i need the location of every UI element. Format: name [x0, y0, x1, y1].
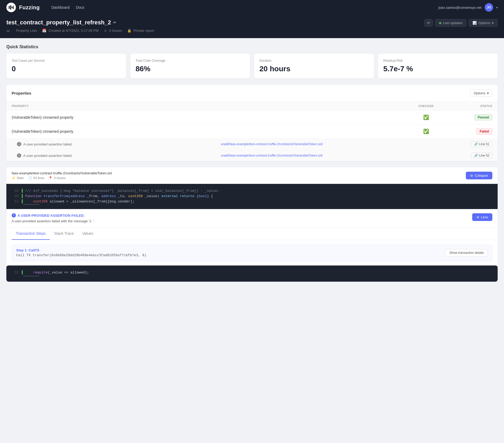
report-label: Private report [134, 29, 154, 33]
stat-card-duration: Duration 20 hours [254, 54, 374, 78]
code-line-49: 49 /// #if_succeeds {:msg "balance incre… [6, 188, 498, 193]
status-badge-passed: Passed [474, 114, 492, 121]
title-area: test_contract_property_list_refresh_2 ✏ … [6, 19, 154, 33]
assertion-section: ! A USER-PROVIDED ASSERTION FAILED. A us… [6, 209, 498, 228]
line-number-50: 50 [11, 194, 19, 198]
sub-row-content-1: i A user-provided assertion failed. [17, 142, 73, 146]
stat-value-tcps: 0 [12, 65, 121, 73]
created-icon: 📅 [42, 29, 46, 33]
bolt-icon: ⚡ [12, 176, 16, 180]
file-icon: 📄 [28, 176, 32, 180]
issues-info: 📍 4 issues [48, 176, 65, 180]
lines-info: 📄 63 lines [28, 176, 44, 180]
minus-circle-icon: ⊖ [476, 215, 479, 219]
nav-dashboard[interactable]: Dashboard [51, 5, 70, 10]
main-header: Fuzzing Dashboard Docs joao.santos@conse… [0, 0, 504, 15]
breadcrumb-text[interactable]: Property Lists [16, 29, 37, 33]
header-right: joao.santos@consensys.net JO ▾ [438, 3, 498, 12]
branch-info: ⚡ Main [12, 176, 24, 180]
code-file-info: faas-example/test-contract-truffle-2/con… [12, 171, 112, 180]
line-indicator-52 [22, 270, 23, 274]
stats-grid: Test Cases per Second 0 Total Code Cover… [6, 54, 498, 78]
svg-rect-0 [9, 6, 10, 9]
refresh-icon: ⟳ [427, 21, 430, 25]
svg-rect-3 [13, 6, 14, 9]
line-badge-1[interactable]: 🔗 Line 51 [471, 141, 492, 147]
sub-row-path-1[interactable]: uradil/faas-example/test-contract-truffl… [73, 142, 471, 146]
property-name-2: (VulnerableToken) Unnamed property [12, 129, 400, 134]
properties-header: Properties Options ▾ [6, 85, 498, 102]
table-header: PROPERTY CHECKED STATUS [6, 102, 498, 110]
tab-transaction-steps[interactable]: Transaction Steps [12, 228, 50, 240]
show-transaction-details-button[interactable]: Show transaction details [445, 249, 488, 256]
options-button[interactable]: 📊 Options ▾ [468, 19, 498, 27]
svg-rect-2 [12, 6, 13, 8]
breadcrumb-separator: ·· [12, 29, 14, 33]
info-icon: i [17, 153, 21, 158]
stat-card-tcps: Test Cases per Second 0 [6, 54, 126, 78]
line-indicator-50 [22, 194, 23, 198]
assertion-header: ! A USER-PROVIDED ASSERTION FAILED. A us… [12, 213, 492, 223]
table-row-sub: i A user-provided assertion failed. urad… [6, 150, 498, 161]
refresh-button[interactable]: ⟳ [424, 19, 433, 27]
code-header: faas-example/test-contract-truffle-2/con… [6, 167, 498, 184]
table-row-sub: i A user-provided assertion failed. urad… [6, 139, 498, 150]
underline-decoration [23, 204, 39, 205]
step-call: Call TX transfer(0x6b66e29dd29b469e4ebcc… [16, 253, 146, 257]
col-header-property: PROPERTY [12, 104, 400, 108]
live-updates-button[interactable]: Live updates [435, 19, 466, 27]
checked-icon-2: ✅ [400, 129, 453, 134]
code-block: 49 /// #if_succeeds {:msg "balance incre… [6, 184, 498, 209]
info-icon-blue: ! [12, 213, 16, 218]
code-line-50: 50 function transferFrom(address _from, … [6, 193, 498, 199]
collapse-button[interactable]: ⊖ Collapse [466, 172, 492, 179]
less-label: Less [481, 215, 488, 219]
logo-text: Fuzzing [19, 5, 40, 11]
code-section: faas-example/test-contract-truffle-2/con… [6, 167, 498, 282]
tab-stack-trace[interactable]: Stack Trace [50, 228, 78, 240]
breadcrumb: 🗂 ·· Property Lists · 📅 Created at 4/7/2… [6, 29, 154, 33]
line-number-49: 49 [11, 189, 19, 193]
options-label: Options [478, 21, 490, 25]
assertion-title: ! A USER-PROVIDED ASSERTION FAILED. [12, 213, 95, 218]
sub-row-desc-2: A user-provided assertion failed. [23, 154, 73, 158]
properties-title: Properties [12, 91, 31, 95]
created-label: Created at 4/7/2022, 5:17:06 PM [48, 29, 99, 33]
breadcrumb-folder-icon: 🗂 [6, 29, 10, 33]
issues-count: 4 Issues [109, 29, 122, 33]
properties-options-button[interactable]: Options ▾ [470, 90, 492, 97]
chevron-down-icon[interactable]: ▾ [496, 6, 498, 9]
nav-docs[interactable]: Docs [76, 5, 84, 10]
step-title: Step 1: CallTX [16, 248, 146, 252]
underline-decoration-2 [23, 276, 39, 276]
logo-icon [6, 3, 16, 12]
code-file-path: faas-example/test-contract-truffle-2/con… [12, 171, 112, 175]
step-info: Step 1: CallTX Call TX transfer(0x6b66e2… [16, 248, 146, 257]
header-actions: ⟳ Live updates 📊 Options ▾ [424, 19, 498, 27]
stat-label-coverage: Total Code Coverage [136, 59, 245, 63]
issues-icon: ⚠ [104, 29, 107, 33]
line-badge-2[interactable]: 🔗 Line 52 [471, 153, 492, 158]
stat-label-tcps: Test Cases per Second [12, 59, 121, 63]
user-avatar[interactable]: JO [485, 3, 493, 12]
user-email: joao.santos@consensys.net [438, 6, 481, 10]
collapse-label: Collapse [475, 174, 488, 178]
properties-options-label: Options [474, 91, 485, 95]
sub-row-path-2[interactable]: uradil/faas-example/test-contract-truffl… [73, 154, 471, 157]
assertion-desc: A user-provided assertion failed with th… [12, 219, 95, 223]
logo-area: Fuzzing Dashboard Docs [6, 3, 84, 12]
less-button[interactable]: ⊖ Less [472, 213, 492, 221]
bar-chart-icon: 📊 [472, 21, 477, 25]
edit-icon[interactable]: ✏ [113, 20, 116, 25]
pin-icon: 📍 [48, 176, 52, 180]
code-line-51: 51 uint256 allowed = _allowances[_from][… [6, 199, 498, 204]
line-indicator-51 [22, 199, 23, 203]
tab-values[interactable]: Values [78, 228, 98, 240]
second-code-block: 52 require(_value <= allowed); [6, 265, 498, 282]
lock-icon: 🔒 [127, 29, 131, 33]
stat-value-risk: 5.7e-7 % [383, 65, 493, 73]
step-card: Step 1: CallTX Call TX transfer(0x6b66e2… [12, 244, 492, 261]
col-header-checked: CHECKED [400, 104, 453, 108]
col-header-status: STATUS [453, 104, 492, 108]
line-number-51: 51 [11, 200, 19, 203]
